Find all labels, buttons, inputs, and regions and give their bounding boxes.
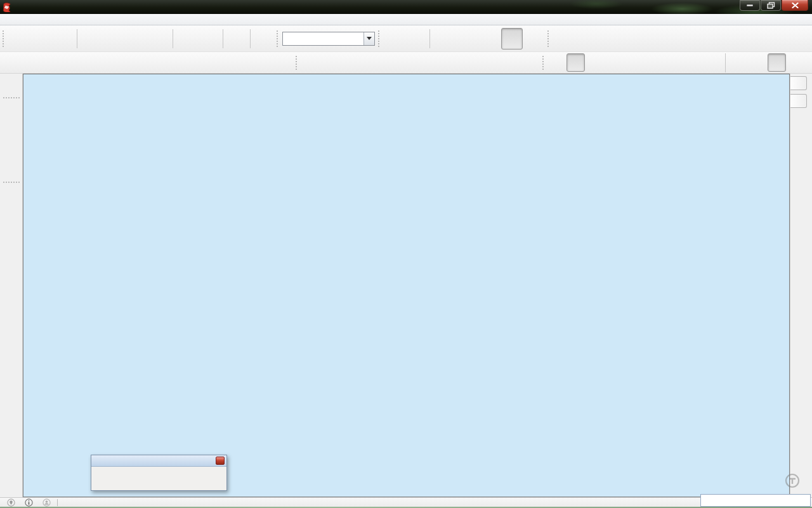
- shaded-with-textures-button[interactable]: [501, 28, 523, 50]
- layer-dropdown[interactable]: [282, 32, 375, 46]
- text-button[interactable]: [359, 53, 377, 72]
- back-edges-button[interactable]: [405, 28, 427, 50]
- shaded-button[interactable]: [478, 28, 500, 50]
- arc-tool-button[interactable]: [2, 304, 21, 323]
- rotate-tool-button[interactable]: [137, 469, 159, 489]
- pie-tool-button[interactable]: [2, 363, 21, 382]
- make-component-button[interactable]: [2, 121, 21, 140]
- edit-toolbar-close-button[interactable]: [216, 457, 225, 465]
- redo-button[interactable]: [199, 28, 220, 50]
- separator: [725, 53, 726, 72]
- copy-button[interactable]: [103, 28, 124, 50]
- display-section-planes-button[interactable]: [748, 53, 766, 72]
- back-view-button[interactable]: [643, 28, 665, 50]
- eraser-button[interactable]: [2, 160, 21, 180]
- toolbar-camera-row: [0, 52, 812, 74]
- freehand-tool-button[interactable]: [2, 205, 21, 225]
- orbit-button[interactable]: [547, 53, 565, 72]
- xray-button[interactable]: [383, 28, 404, 50]
- three-point-arc-tool-button[interactable]: [2, 343, 21, 363]
- display-section-cuts-button[interactable]: [768, 53, 786, 72]
- polygon-tool-button[interactable]: [2, 284, 21, 304]
- follow-me-tool-button[interactable]: [159, 469, 180, 489]
- drawing-toolbar: [0, 74, 23, 497]
- axes-button[interactable]: [379, 53, 397, 72]
- zoom-window-button[interactable]: [606, 53, 624, 72]
- 3d-text-button[interactable]: [398, 53, 417, 72]
- zoom-button[interactable]: [586, 53, 605, 72]
- push-pull-tool-button[interactable]: [115, 469, 137, 489]
- rectangle-tool-button[interactable]: [2, 225, 21, 244]
- move-tool-button[interactable]: [94, 469, 115, 489]
- cut-button[interactable]: [80, 28, 102, 50]
- separator: [173, 29, 173, 48]
- new-button[interactable]: [7, 28, 29, 50]
- rotated-rectangle-tool-button[interactable]: [2, 244, 21, 264]
- restore-button[interactable]: [761, 0, 781, 11]
- toolbar-grip[interactable]: [542, 56, 545, 70]
- model-info-button[interactable]: [253, 28, 275, 50]
- sign-in-avatar-icon[interactable]: [39, 498, 53, 507]
- close-button[interactable]: [782, 0, 808, 11]
- open-button[interactable]: [30, 28, 51, 50]
- minimize-button[interactable]: [740, 0, 760, 11]
- hidden-line-button[interactable]: [455, 28, 477, 50]
- dropdown-arrow-icon[interactable]: [363, 32, 374, 45]
- undo-button[interactable]: [176, 28, 197, 50]
- dimension-button[interactable]: [320, 53, 338, 72]
- model-canvas[interactable]: [23, 74, 789, 497]
- status-bar: [0, 497, 812, 507]
- credits-icon[interactable]: [22, 498, 36, 507]
- two-point-arc-tool-button[interactable]: [2, 323, 21, 343]
- look-around-button[interactable]: [684, 53, 703, 72]
- protractor-button[interactable]: [339, 53, 358, 72]
- wireframe-button[interactable]: [433, 28, 454, 50]
- toolbar-grip[interactable]: [2, 30, 5, 47]
- toolbar-grip[interactable]: [547, 30, 550, 47]
- section-plane-button[interactable]: [728, 53, 747, 72]
- caption-buttons: [739, 0, 812, 14]
- paste-button[interactable]: [126, 28, 147, 50]
- save-button[interactable]: [53, 28, 74, 50]
- select-tool-button[interactable]: [2, 101, 21, 121]
- position-camera-button[interactable]: [665, 53, 683, 72]
- circle-tool-button[interactable]: [2, 264, 21, 284]
- toolbar-grip[interactable]: [295, 56, 298, 70]
- main-area: [0, 74, 812, 497]
- edit-toolbar-titlebar[interactable]: [91, 455, 226, 467]
- zoom-extents-button[interactable]: [625, 53, 644, 72]
- pan-button[interactable]: [566, 53, 585, 72]
- top-view-button[interactable]: [575, 28, 596, 50]
- print-button[interactable]: [226, 28, 247, 50]
- toolbar-grip[interactable]: [377, 30, 381, 47]
- iso-view-button[interactable]: [552, 28, 573, 50]
- tray-1-tab[interactable]: [790, 94, 807, 108]
- front-view-button[interactable]: [598, 28, 619, 50]
- right-panel-strip: [790, 74, 812, 497]
- default-panel-tab[interactable]: [790, 76, 807, 90]
- left-view-button[interactable]: [666, 28, 688, 50]
- offset-tool-button[interactable]: [202, 469, 223, 489]
- separator: [250, 29, 251, 48]
- monochrome-button[interactable]: [524, 28, 546, 50]
- toolbar-grip[interactable]: [3, 97, 20, 100]
- delete-button[interactable]: [148, 28, 170, 50]
- line-tool-button[interactable]: [2, 185, 21, 205]
- separator: [77, 29, 77, 48]
- separator: [57, 499, 58, 506]
- measurements-input[interactable]: [700, 494, 811, 507]
- toolbar-standard-row: [0, 25, 812, 52]
- model-viewport[interactable]: [23, 74, 790, 497]
- paint-bucket-button[interactable]: [2, 140, 21, 160]
- geolocation-icon[interactable]: [4, 498, 18, 507]
- scale-tool-button[interactable]: [180, 469, 202, 489]
- separator: [429, 29, 430, 48]
- edit-toolbar-window[interactable]: [91, 455, 227, 491]
- toolbar-grip[interactable]: [276, 30, 279, 47]
- walk-button[interactable]: [704, 53, 723, 72]
- toolbar-grip[interactable]: [3, 181, 20, 184]
- right-view-button[interactable]: [620, 28, 642, 50]
- previous-view-button[interactable]: [645, 53, 664, 72]
- title-bar: [0, 0, 812, 14]
- tape-measure-button[interactable]: [300, 53, 318, 72]
